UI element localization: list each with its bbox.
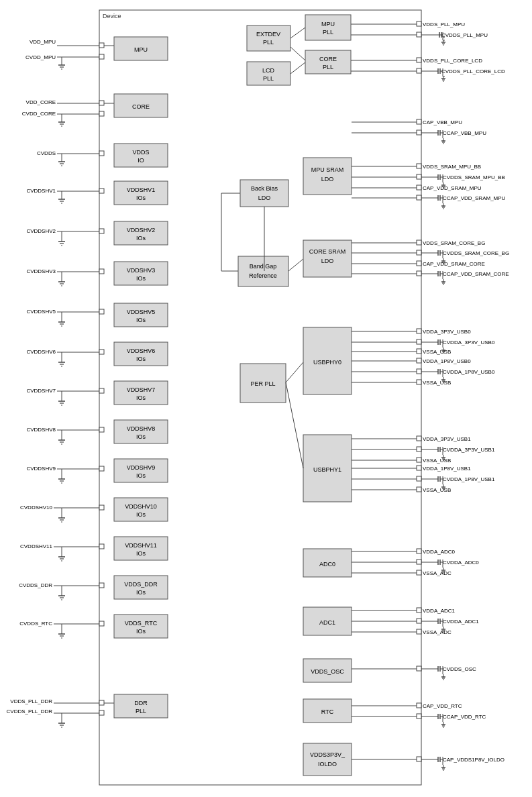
svg-line-466 (290, 47, 305, 60)
svg-text:VDDS_DDR: VDDS_DDR (124, 581, 158, 588)
svg-line-469 (288, 259, 303, 271)
svg-rect-110 (99, 151, 104, 156)
svg-text:CCAP_VDD_SRAM_MPU: CCAP_VDD_SRAM_MPU (443, 195, 506, 201)
svg-text:VDDS_RTC: VDDS_RTC (125, 620, 158, 627)
svg-text:IOs: IOs (136, 433, 146, 440)
svg-rect-211 (417, 21, 421, 26)
svg-rect-74 (303, 327, 352, 394)
svg-text:VDDSHV5: VDDSHV5 (127, 309, 156, 315)
svg-text:VSSA_USB: VSSA_USB (423, 349, 451, 355)
svg-rect-391 (417, 549, 421, 553)
svg-text:CVDDS_PLL_DDR: CVDDS_PLL_DDR (7, 708, 53, 714)
svg-rect-21 (114, 342, 168, 366)
svg-text:CVDDS_PLL_MPU: CVDDS_PLL_MPU (441, 32, 488, 38)
svg-text:CAP_VBB_MPU: CAP_VBB_MPU (423, 119, 462, 125)
svg-rect-406 (417, 570, 421, 575)
svg-text:IOs: IOs (136, 550, 146, 557)
svg-rect-262 (417, 174, 421, 179)
svg-text:CVDDSHV6: CVDDSHV6 (26, 349, 56, 355)
svg-rect-409 (417, 608, 421, 613)
svg-rect-66 (303, 240, 352, 277)
svg-text:CCAP_VBB_MPU: CCAP_VBB_MPU (443, 130, 486, 136)
svg-rect-201 (99, 700, 104, 705)
svg-rect-355 (417, 436, 421, 441)
svg-rect-427 (417, 666, 421, 671)
svg-rect-259 (417, 164, 421, 168)
svg-text:ADC1: ADC1 (319, 619, 335, 626)
svg-text:CVDDSHV11: CVDDSHV11 (20, 543, 53, 549)
svg-rect-358 (417, 447, 421, 451)
svg-rect-4 (114, 94, 168, 117)
svg-rect-304 (417, 261, 421, 266)
svg-rect-340 (417, 369, 421, 374)
svg-text:VDDA_1P8V_USB1: VDDA_1P8V_USB1 (423, 466, 471, 472)
svg-rect-15 (114, 262, 168, 285)
svg-rect-289 (417, 240, 421, 245)
svg-text:IOs: IOs (136, 235, 146, 242)
svg-rect-72 (240, 364, 286, 403)
svg-rect-442 (417, 714, 421, 719)
svg-text:CORE SRAM: CORE SRAM (309, 248, 346, 255)
svg-text:IOs: IOs (136, 394, 146, 401)
svg-rect-412 (417, 619, 421, 623)
svg-rect-307 (417, 271, 421, 276)
svg-text:CVDD_MPU: CVDD_MPU (25, 54, 56, 60)
svg-text:IOs: IOs (136, 511, 146, 518)
svg-rect-82 (303, 659, 352, 682)
svg-text:VSSA_USB: VSSA_USB (423, 487, 451, 493)
svg-text:CAP_VDD_SRAM_MPU: CAP_VDD_SRAM_MPU (423, 185, 482, 191)
svg-text:CVDDS: CVDDS (37, 150, 56, 156)
svg-rect-80 (303, 607, 352, 635)
svg-text:CORE: CORE (132, 103, 150, 110)
svg-text:USBPHY0: USBPHY0 (313, 359, 341, 366)
svg-rect-103 (99, 111, 104, 116)
svg-rect-173 (99, 505, 104, 510)
svg-text:PLL: PLL (136, 708, 146, 714)
svg-rect-247 (417, 130, 421, 135)
svg-text:IOs: IOs (136, 628, 146, 635)
svg-text:VSSA_ADC: VSSA_ADC (423, 629, 451, 635)
svg-rect-90 (99, 43, 104, 48)
svg-text:CVDDA_3P3V_USB1: CVDDA_3P3V_USB1 (443, 447, 495, 453)
svg-rect-388 (417, 487, 421, 492)
svg-rect-454 (417, 757, 421, 761)
svg-rect-63 (303, 158, 352, 195)
svg-text:CVDDSHV10: CVDDSHV10 (20, 504, 53, 511)
svg-text:VDDS_PLL_DDR: VDDS_PLL_DDR (10, 698, 52, 704)
svg-text:PER PLL: PER PLL (250, 380, 275, 387)
svg-rect-334 (417, 349, 421, 354)
svg-text:CVDDS_DDR: CVDDS_DDR (19, 582, 52, 588)
svg-text:DDR: DDR (134, 700, 148, 706)
svg-rect-337 (417, 358, 421, 363)
svg-rect-319 (417, 329, 421, 333)
svg-text:IO: IO (138, 157, 144, 164)
diagram-svg: Device MPU CORE VDDS IO VDDSHV1 IOs VDDS… (0, 0, 532, 797)
svg-rect-274 (417, 185, 421, 190)
svg-text:VDDSHV11: VDDSHV11 (125, 542, 157, 549)
svg-line-465 (290, 28, 305, 38)
svg-rect-57 (247, 62, 290, 85)
svg-rect-48 (305, 15, 351, 40)
diagram-container: Device MPU CORE VDDS IO VDDSHV1 IOs VDDS… (0, 0, 532, 797)
svg-text:PLL: PLL (263, 39, 274, 46)
svg-text:CAP_VDD_SRAM_CORE: CAP_VDD_SRAM_CORE (423, 261, 485, 267)
svg-text:VSSA_USB: VSSA_USB (423, 380, 451, 386)
svg-text:CVDDS_SRAM_MPU_BB: CVDDS_SRAM_MPU_BB (443, 174, 505, 180)
svg-rect-373 (417, 466, 421, 470)
svg-text:VDDS_OSC: VDDS_OSC (311, 668, 344, 675)
svg-text:VDDA_3P3V_USB0: VDDA_3P3V_USB0 (423, 329, 471, 335)
svg-text:CAP_VDDS1P8V_IOLDO: CAP_VDDS1P8V_IOLDO (443, 757, 504, 763)
svg-text:CVDDA_ADC0: CVDDA_ADC0 (443, 560, 479, 566)
svg-rect-166 (99, 466, 104, 471)
svg-text:LDO: LDO (321, 258, 334, 264)
svg-text:EXTDEV: EXTDEV (256, 31, 280, 38)
svg-text:PLL: PLL (323, 29, 333, 36)
svg-rect-86 (303, 743, 352, 776)
svg-rect-60 (240, 180, 288, 207)
svg-text:VDDA_3P3V_USB1: VDDA_3P3V_USB1 (423, 436, 471, 442)
svg-text:VDDS: VDDS (132, 149, 149, 156)
svg-rect-30 (114, 459, 168, 482)
svg-text:CVDDA_1P8V_USB1: CVDDA_1P8V_USB1 (443, 476, 495, 482)
svg-text:RTC: RTC (321, 708, 334, 715)
svg-text:IOLDO: IOLDO (318, 761, 337, 767)
